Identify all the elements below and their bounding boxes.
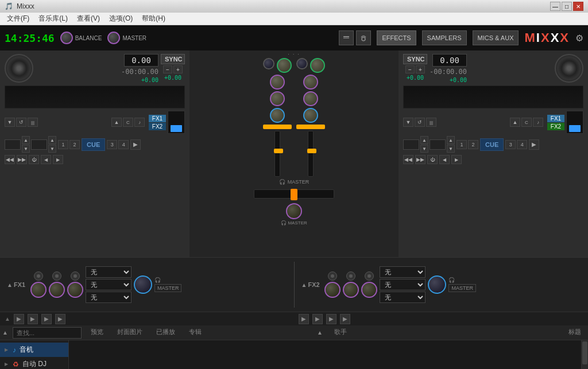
ctrl-note-right[interactable]: ♪ bbox=[533, 118, 543, 127]
loop-down2-right[interactable]: ▼ bbox=[447, 145, 455, 153]
cue-left-button[interactable]: CUE bbox=[82, 138, 105, 151]
ch2-headphone-knob[interactable] bbox=[296, 58, 308, 69]
ch2-fader[interactable] bbox=[308, 131, 314, 177]
fx1-power3[interactable] bbox=[71, 271, 80, 281]
power-left[interactable]: ⏻ bbox=[29, 155, 39, 164]
beat2-left[interactable]: 2 bbox=[69, 140, 80, 149]
back-btn-left[interactable]: ◀◀ bbox=[5, 155, 15, 164]
beat4-right[interactable]: 4 bbox=[517, 140, 527, 149]
fx1-right-button[interactable]: FX1 bbox=[547, 115, 564, 122]
fx1-dropdown1[interactable]: 无 bbox=[86, 266, 131, 278]
fx1-master-btn[interactable]: MASTER bbox=[154, 284, 182, 292]
back-btn-right[interactable]: ◀◀ bbox=[403, 155, 413, 164]
fx2-dropdown1[interactable]: 无 bbox=[380, 266, 425, 278]
ch2-gain-knob[interactable] bbox=[310, 58, 325, 73]
beat1-left[interactable]: 1 bbox=[58, 140, 68, 149]
fx1-dropdown2[interactable]: 无 bbox=[86, 279, 131, 290]
ch1-vol-slider[interactable] bbox=[263, 125, 292, 129]
transport-play-right[interactable]: ▶ bbox=[299, 314, 309, 324]
fx2-dropdown3[interactable]: 无 bbox=[380, 292, 425, 303]
sidebar-item-auto-dj[interactable]: ▶ ♻ 自动 DJ bbox=[0, 357, 68, 369]
fx2-power1[interactable] bbox=[328, 271, 337, 281]
fwd-btn-right[interactable]: ▶▶ bbox=[415, 155, 425, 164]
loop-size2-right[interactable]: 4 bbox=[430, 139, 446, 150]
ctrl-up-right[interactable]: ▲ bbox=[510, 118, 520, 127]
fx1-knob3[interactable] bbox=[67, 282, 83, 298]
loop-up-left[interactable]: ▲ bbox=[22, 136, 30, 144]
ch2-eq-mid[interactable] bbox=[303, 91, 318, 106]
beat4-left[interactable]: 4 bbox=[118, 140, 129, 149]
fwd2-right[interactable]: ▶ bbox=[451, 155, 462, 164]
ctrl-c-right[interactable]: C bbox=[521, 118, 532, 127]
tab-title[interactable]: 标题 bbox=[562, 325, 588, 340]
tab-played[interactable]: 已播放 bbox=[149, 325, 182, 340]
fx1-left-button[interactable]: FX1 bbox=[149, 115, 166, 122]
sync-plus-right[interactable]: + bbox=[416, 65, 425, 73]
effects-button[interactable]: EFFECTS bbox=[377, 30, 416, 45]
library-scrollbar[interactable] bbox=[581, 340, 588, 369]
vinyl-right[interactable] bbox=[555, 54, 583, 83]
scrollbar-thumb[interactable] bbox=[582, 341, 587, 364]
ctrl-repeat-right[interactable]: ↺ bbox=[415, 118, 425, 127]
ctrl-note-left[interactable]: ♪ bbox=[134, 118, 145, 127]
fwd-btn-left[interactable]: ▶▶ bbox=[17, 155, 27, 164]
fx2-super-knob[interactable] bbox=[428, 275, 446, 294]
beat1-right[interactable]: 1 bbox=[457, 140, 467, 149]
loop-up2-left[interactable]: ▲ bbox=[48, 136, 56, 144]
transport-btn3-left[interactable]: ▶ bbox=[41, 314, 52, 324]
menu-file[interactable]: 文件(F) bbox=[2, 13, 34, 25]
mics-button[interactable]: MICS & AUX bbox=[473, 30, 519, 45]
ctrl-down-right[interactable]: ▼ bbox=[403, 118, 413, 127]
sync-plus-left[interactable]: + bbox=[173, 65, 183, 73]
play-right-button[interactable]: ▶ bbox=[529, 139, 539, 150]
fx1-knob2[interactable] bbox=[49, 282, 65, 298]
loop-up2-right[interactable]: ▲ bbox=[447, 136, 455, 144]
minimize-button[interactable]: — bbox=[550, 2, 560, 11]
ctrl-bars-right[interactable]: ||| bbox=[426, 118, 436, 127]
waveform-right[interactable] bbox=[403, 86, 583, 108]
samplers-button[interactable]: SAMPLERS bbox=[422, 30, 467, 45]
loop-down-left[interactable]: ▼ bbox=[22, 145, 30, 153]
transport-play-left[interactable]: ▶ bbox=[14, 314, 24, 324]
bpm-left[interactable]: 0.00 bbox=[124, 54, 158, 67]
cue-right-button[interactable]: CUE bbox=[480, 138, 504, 151]
bpm-right[interactable]: 0.00 bbox=[432, 54, 467, 67]
ch1-fader[interactable] bbox=[274, 131, 280, 177]
broadcast-icon[interactable] bbox=[356, 30, 371, 45]
ctrl-c-left[interactable]: C bbox=[123, 118, 133, 127]
fx1-expand[interactable]: ▲ bbox=[7, 282, 13, 288]
ch1-eq-high[interactable] bbox=[270, 75, 285, 90]
fwd2-left[interactable]: ▶ bbox=[53, 155, 63, 164]
balance-knob[interactable] bbox=[60, 32, 73, 44]
library-search-input[interactable] bbox=[13, 327, 82, 339]
fx2-power2[interactable] bbox=[346, 271, 355, 281]
fx2-power3[interactable] bbox=[365, 271, 374, 281]
ctrl-bars-left[interactable]: ||| bbox=[28, 118, 38, 127]
ch1-eq-mid[interactable] bbox=[270, 91, 285, 106]
beat3-right[interactable]: 3 bbox=[505, 140, 516, 149]
ch2-eq-high[interactable] bbox=[303, 75, 318, 90]
menu-options[interactable]: 选项(O) bbox=[105, 13, 137, 25]
ctrl-down-left[interactable]: ▼ bbox=[5, 118, 15, 127]
tab-artist[interactable]: 歌手 bbox=[327, 325, 354, 340]
loop-up-right[interactable]: ▲ bbox=[420, 136, 428, 144]
transport-btn2-left[interactable]: ▶ bbox=[28, 314, 38, 324]
close-button[interactable]: ✕ bbox=[573, 2, 583, 11]
menu-help[interactable]: 帮助(H) bbox=[137, 13, 170, 25]
ch1-eq-low[interactable] bbox=[270, 108, 285, 123]
sync-minus-left[interactable]: − bbox=[163, 65, 172, 73]
tab-preview[interactable]: 预览 bbox=[84, 325, 110, 340]
ch2-eq-low[interactable] bbox=[303, 108, 318, 123]
transport-btn2-right[interactable]: ▶ bbox=[312, 314, 323, 324]
sync-left-button[interactable]: SYNC bbox=[161, 54, 185, 64]
library-expand[interactable]: ▲ bbox=[0, 329, 10, 336]
fx1-super-knob[interactable] bbox=[134, 275, 152, 294]
fx1-dropdown3[interactable]: 无 bbox=[86, 292, 131, 303]
ch1-gain-knob[interactable] bbox=[277, 58, 292, 73]
fx1-power1[interactable] bbox=[34, 271, 43, 281]
settings-icon[interactable]: ⚙ bbox=[575, 33, 583, 44]
fx1-knob1[interactable] bbox=[30, 282, 47, 298]
fx1-power2[interactable] bbox=[52, 271, 61, 281]
fx2-knob1[interactable] bbox=[324, 282, 341, 298]
ch1-headphone-knob[interactable] bbox=[263, 58, 274, 69]
